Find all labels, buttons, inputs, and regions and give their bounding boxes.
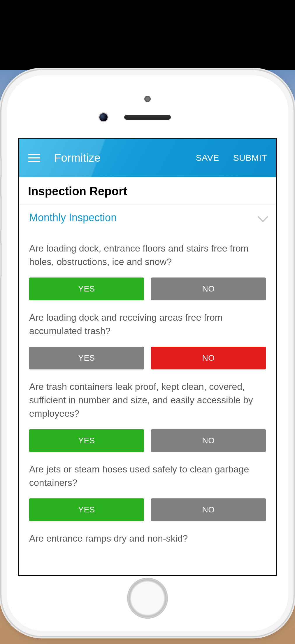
appbar-actions: SAVE SUBMIT: [196, 153, 267, 163]
question-text: Are jets or steam hoses used safely to c…: [29, 463, 266, 490]
home-button[interactable]: [127, 578, 168, 619]
proximity-sensor: [144, 96, 151, 102]
question-text: Are trash containers leak proof, kept cl…: [29, 380, 266, 420]
question-text: Are entrance ramps dry and non-skid?: [29, 532, 266, 545]
no-button[interactable]: NO: [151, 429, 266, 452]
app-title: Formitize: [54, 152, 101, 164]
question-item: Are loading dock and receiving areas fre…: [29, 300, 266, 369]
app-bar: Formitize SAVE SUBMIT: [19, 139, 276, 177]
no-button[interactable]: NO: [151, 278, 266, 300]
save-button[interactable]: SAVE: [196, 153, 219, 163]
question-item: Are loading dock, entrance floors and st…: [29, 231, 266, 300]
menu-icon[interactable]: [28, 153, 40, 163]
page-title: Inspection Report: [19, 177, 276, 205]
yes-button[interactable]: YES: [29, 429, 144, 452]
answer-row: YES NO: [29, 498, 266, 521]
question-text: Are loading dock, entrance floors and st…: [29, 242, 266, 269]
submit-button[interactable]: SUBMIT: [233, 153, 267, 163]
yes-button[interactable]: YES: [29, 278, 144, 300]
front-camera: [99, 113, 108, 121]
question-item: Are entrance ramps dry and non-skid?: [29, 521, 266, 545]
phone-bezel: Formitize SAVE SUBMIT Inspection Report …: [7, 75, 288, 631]
no-button[interactable]: NO: [151, 347, 266, 369]
answer-row: YES NO: [29, 278, 266, 300]
question-item: Are jets or steam hoses used safely to c…: [29, 452, 266, 521]
question-item: Are trash containers leak proof, kept cl…: [29, 369, 266, 452]
earpiece-speaker: [124, 115, 171, 120]
yes-button[interactable]: YES: [29, 347, 144, 369]
chevron-down-icon: [257, 212, 268, 222]
section-label: Monthly Inspection: [29, 212, 117, 224]
answer-row: YES NO: [29, 429, 266, 452]
app-screen: Formitize SAVE SUBMIT Inspection Report …: [18, 138, 277, 576]
questions-list: Are loading dock, entrance floors and st…: [19, 231, 276, 545]
phone-mute-switch: [0, 158, 2, 178]
no-button[interactable]: NO: [151, 498, 266, 521]
answer-row: YES NO: [29, 347, 266, 369]
phone-volume-up: [0, 196, 2, 231]
question-text: Are loading dock and receiving areas fre…: [29, 311, 266, 338]
phone-volume-down: [0, 242, 2, 277]
yes-button[interactable]: YES: [29, 498, 144, 521]
section-header[interactable]: Monthly Inspection: [19, 205, 276, 231]
phone-frame: Formitize SAVE SUBMIT Inspection Report …: [1, 70, 294, 636]
